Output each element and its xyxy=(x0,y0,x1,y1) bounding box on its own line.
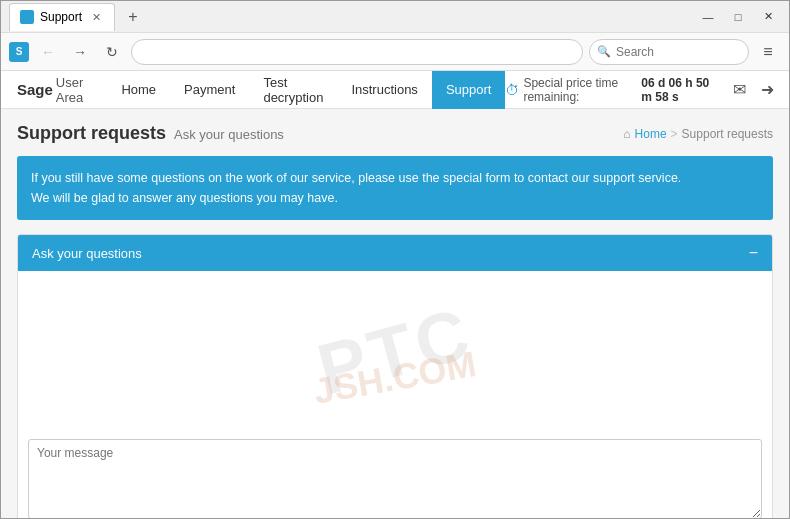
accordion-collapse-icon[interactable]: − xyxy=(749,245,758,261)
tab-label: Support xyxy=(40,10,82,24)
minimize-button[interactable]: — xyxy=(695,7,721,27)
title-bar-left: Support ✕ + xyxy=(9,3,695,31)
nav-items: Home Payment Test decryption Instruction… xyxy=(107,71,505,109)
info-box: If you still have some questions on the … xyxy=(17,156,773,220)
info-line1: If you still have some questions on the … xyxy=(31,168,759,188)
mail-button[interactable]: ✉ xyxy=(730,77,750,103)
tab-close-button[interactable]: ✕ xyxy=(88,9,104,25)
accordion-body: PTC JSH.COM xyxy=(18,271,772,431)
page-title: Support requests xyxy=(17,123,166,144)
reload-button[interactable]: ↻ xyxy=(99,39,125,65)
breadcrumb-home-link[interactable]: Home xyxy=(635,127,667,141)
breadcrumb-current: Support requests xyxy=(682,127,773,141)
title-bar: Support ✕ + — □ ✕ xyxy=(1,1,789,33)
nav-item-payment[interactable]: Payment xyxy=(170,71,249,109)
nav-item-instructions[interactable]: Instructions xyxy=(337,71,431,109)
page-header-row: Support requests Ask your questions ⌂ Ho… xyxy=(17,123,773,144)
forward-nav-button[interactable]: ➜ xyxy=(757,77,777,103)
watermark-text: PTC xyxy=(309,291,481,411)
site-brand: Sage User Area xyxy=(1,75,107,105)
nav-right: ⏱ Special price time remaining: 06 d 06 … xyxy=(505,76,789,104)
site-nav: Sage User Area Home Payment Test decrypt… xyxy=(1,71,789,109)
timer-value: 06 d 06 h 50 m 58 s xyxy=(641,76,721,104)
nav-item-support[interactable]: Support xyxy=(432,71,506,109)
search-input[interactable] xyxy=(589,39,749,65)
page-content: Support requests Ask your questions ⌂ Ho… xyxy=(1,109,789,518)
tab-favicon xyxy=(20,10,34,24)
close-button[interactable]: ✕ xyxy=(755,7,781,27)
breadcrumb-separator: > xyxy=(671,127,678,141)
timer-label: Special price time remaining: xyxy=(523,76,637,104)
address-bar: S ← → ↻ 🔍 ≡ xyxy=(1,33,789,71)
info-line2: We will be glad to answer any questions … xyxy=(31,188,759,208)
active-tab[interactable]: Support ✕ xyxy=(9,3,115,31)
timer-icon: ⏱ xyxy=(505,82,519,98)
back-button[interactable]: ← xyxy=(35,39,61,65)
window-controls: — □ ✕ xyxy=(695,7,781,27)
search-wrapper: 🔍 xyxy=(589,39,749,65)
site-favicon: S xyxy=(9,42,29,62)
watermark-subtext: JSH.COM xyxy=(311,343,480,413)
message-section xyxy=(18,431,772,518)
breadcrumb: ⌂ Home > Support requests xyxy=(623,127,773,141)
accordion: Ask your questions − PTC JSH.COM Send xyxy=(17,234,773,518)
nav-item-test-decryption[interactable]: Test decryption xyxy=(249,71,337,109)
timer-badge: ⏱ Special price time remaining: 06 d 06 … xyxy=(505,76,721,104)
nav-item-home[interactable]: Home xyxy=(107,71,170,109)
content-area: Sage User Area Home Payment Test decrypt… xyxy=(1,71,789,518)
brand-name-bold: Sage xyxy=(17,81,53,98)
brand-name-rest: User Area xyxy=(56,75,92,105)
search-icon: 🔍 xyxy=(597,45,611,58)
url-bar[interactable] xyxy=(131,39,583,65)
home-icon: ⌂ xyxy=(623,127,630,141)
browser-menu-button[interactable]: ≡ xyxy=(755,39,781,65)
new-tab-button[interactable]: + xyxy=(121,5,145,29)
accordion-title: Ask your questions xyxy=(32,246,142,261)
page-subtitle: Ask your questions xyxy=(174,127,284,142)
forward-button[interactable]: → xyxy=(67,39,93,65)
accordion-header[interactable]: Ask your questions − xyxy=(18,235,772,271)
page-title-area: Support requests Ask your questions xyxy=(17,123,284,144)
maximize-button[interactable]: □ xyxy=(725,7,751,27)
message-input[interactable] xyxy=(28,439,762,518)
